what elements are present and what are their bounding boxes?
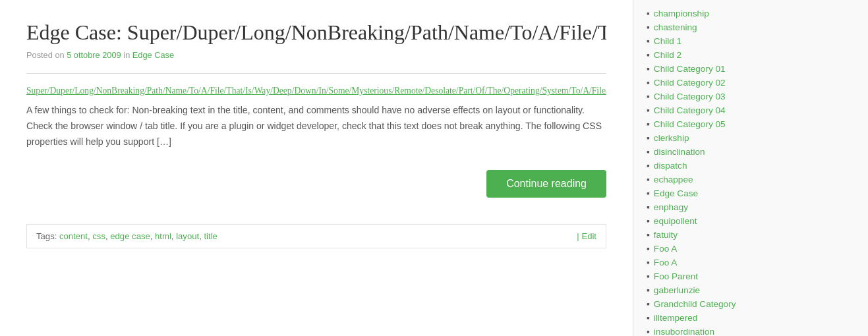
list-item: chastening — [647, 20, 855, 34]
tag-css[interactable]: css — [92, 231, 105, 241]
sidebar-link[interactable]: Child Category 05 — [654, 119, 726, 129]
list-item: disinclination — [647, 145, 855, 159]
list-item: dispatch — [647, 159, 855, 173]
list-item: Child Category 02 — [647, 76, 855, 90]
post-date-link[interactable]: 5 ottobre 2009 — [67, 50, 121, 60]
tag-layout[interactable]: layout — [176, 231, 199, 241]
sidebar-link[interactable]: insubordination — [654, 327, 714, 336]
list-item: Child Category 05 — [647, 117, 855, 131]
list-item: Child 1 — [647, 34, 855, 48]
post-url[interactable]: Super/Duper/Long/NonBreaking/Path/Name/T… — [26, 86, 606, 96]
list-item: Child Category 04 — [647, 103, 855, 117]
sidebar-link[interactable]: Child Category 01 — [654, 64, 726, 74]
sidebar: championshipchasteningChild 1Child 2Chil… — [633, 0, 868, 336]
list-item: insubordination — [647, 325, 855, 336]
list-item: Child Category 01 — [647, 62, 855, 76]
sidebar-link[interactable]: dispatch — [654, 161, 687, 171]
list-item: enphagy — [647, 200, 855, 214]
sidebar-link[interactable]: gaberlunzie — [654, 285, 700, 295]
sidebar-link[interactable]: Child Category 03 — [654, 92, 726, 101]
sidebar-link[interactable]: illtempered — [654, 313, 698, 323]
list-item: Foo A — [647, 242, 855, 256]
list-item: Grandchild Category — [647, 297, 855, 311]
list-item: Child Category 03 — [647, 90, 855, 103]
sidebar-link[interactable]: Child 1 — [654, 36, 681, 46]
meta-in: in — [123, 50, 132, 60]
tag-html[interactable]: html — [155, 231, 171, 241]
list-item: illtempered — [647, 311, 855, 325]
list-item: clerkship — [647, 131, 855, 145]
sidebar-link[interactable]: clerkship — [654, 133, 689, 143]
sidebar-link[interactable]: disinclination — [654, 147, 705, 157]
tag-title[interactable]: title — [204, 231, 217, 241]
tags-label: Tags: — [36, 231, 57, 241]
post-meta: Posted on 5 ottobre 2009 in Edge Case — [26, 50, 606, 60]
sidebar-link[interactable]: echappee — [654, 175, 693, 184]
sidebar-link[interactable]: fatuity — [654, 230, 678, 240]
button-container: Continue reading — [26, 170, 606, 217]
sidebar-link[interactable]: Foo A — [654, 244, 678, 254]
list-item: championship — [647, 7, 855, 20]
edit-link[interactable]: | Edit — [577, 231, 596, 241]
tags-bar: Tags: content, css, edge case, html, lay… — [26, 224, 606, 248]
tags-list: Tags: content, css, edge case, html, lay… — [36, 231, 217, 241]
sidebar-link[interactable]: enphagy — [654, 202, 688, 212]
list-item: fatuity — [647, 228, 855, 242]
sidebar-link[interactable]: Grandchild Category — [654, 299, 736, 309]
post-category-link[interactable]: Edge Case — [132, 50, 174, 60]
post-title: Edge Case: Super/Duper/Long/NonBreaking/… — [26, 20, 606, 45]
sidebar-link[interactable]: equipollent — [654, 216, 697, 226]
main-content: Edge Case: Super/Duper/Long/NonBreaking/… — [0, 0, 633, 336]
tag-edge-case[interactable]: edge case — [110, 231, 150, 241]
sidebar-link[interactable]: Edge Case — [654, 188, 698, 198]
list-item: Edge Case — [647, 186, 855, 200]
sidebar-list: championshipchasteningChild 1Child 2Chil… — [647, 7, 855, 336]
tag-content[interactable]: content — [59, 231, 88, 241]
sidebar-link[interactable]: Child Category 04 — [654, 105, 726, 115]
list-item: Foo A — [647, 256, 855, 269]
list-item: Child 2 — [647, 48, 855, 62]
sidebar-link[interactable]: championship — [654, 9, 709, 18]
sidebar-link[interactable]: Foo Parent — [654, 271, 698, 281]
meta-prefix: Posted on — [26, 50, 67, 60]
sidebar-link[interactable]: Child 2 — [654, 50, 681, 60]
list-item: Foo Parent — [647, 269, 855, 283]
list-item: gaberlunzie — [647, 283, 855, 297]
sidebar-link[interactable]: chastening — [654, 22, 697, 32]
continue-reading-button[interactable]: Continue reading — [486, 170, 606, 198]
list-item: echappee — [647, 173, 855, 186]
list-item: equipollent — [647, 214, 855, 228]
sidebar-link[interactable]: Child Category 02 — [654, 78, 726, 88]
post-excerpt: A few things to check for: Non-breaking … — [26, 103, 606, 150]
divider — [26, 73, 606, 74]
sidebar-link[interactable]: Foo A — [654, 258, 678, 267]
